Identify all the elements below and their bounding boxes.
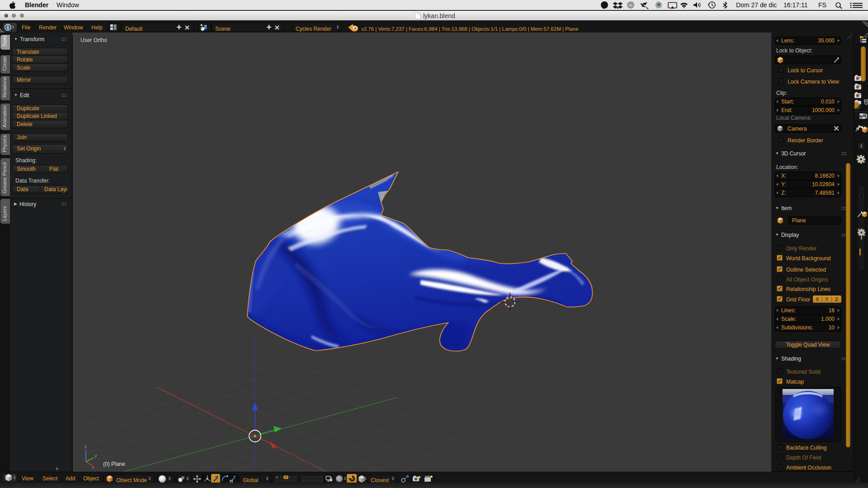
svg-text:z: z (85, 444, 87, 449)
svg-text:∞: ∞ (629, 2, 632, 8)
svg-text:y: y (94, 453, 97, 458)
svg-text:x: x (92, 465, 94, 470)
